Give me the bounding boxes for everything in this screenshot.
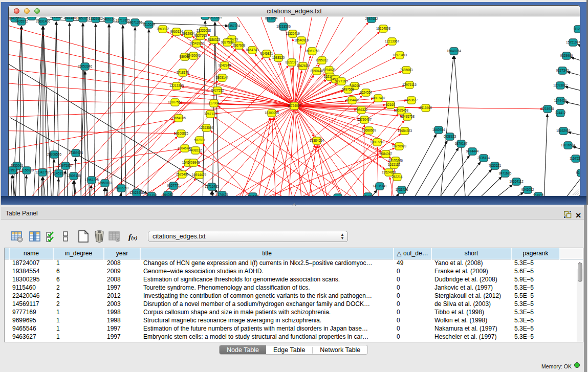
svg-text:18807249: 18807249	[370, 140, 385, 144]
svg-text:1063525: 1063525	[50, 17, 63, 18]
svg-text:15692901: 15692901	[556, 129, 571, 133]
svg-text:18300295: 18300295	[265, 111, 279, 115]
svg-text:12213967: 12213967	[385, 39, 400, 43]
svg-text:17016504: 17016504	[561, 143, 576, 147]
svg-text:9777169: 9777169	[335, 79, 348, 83]
svg-text:1615112: 1615112	[388, 163, 401, 166]
svg-text:1405572: 1405572	[15, 19, 28, 23]
svg-text:92450: 92450	[333, 195, 342, 196]
svg-text:124412: 124412	[555, 111, 566, 115]
svg-text:22420046: 22420046	[186, 54, 201, 57]
svg-text:8471676: 8471676	[499, 171, 512, 175]
svg-text:17357224: 17357224	[226, 24, 241, 28]
svg-text:8912954: 8912954	[182, 32, 195, 35]
svg-text:6794028: 6794028	[323, 68, 336, 72]
svg-text:2367608: 2367608	[233, 43, 246, 47]
svg-text:20053346: 20053346	[78, 64, 93, 68]
svg-text:17957225: 17957225	[84, 178, 99, 182]
svg-text:19166825: 19166825	[174, 132, 189, 135]
svg-text:111286: 111286	[573, 27, 580, 31]
svg-text:9657771: 9657771	[167, 184, 180, 187]
svg-text:1640954: 1640954	[432, 128, 445, 132]
svg-text:2718176: 2718176	[177, 71, 189, 74]
svg-text:1167534: 1167534	[570, 157, 580, 160]
svg-text:1174421: 1174421	[216, 193, 229, 196]
svg-text:1145191: 1145191	[53, 171, 66, 175]
svg-text:11325419: 11325419	[286, 32, 300, 35]
svg-text:12353594: 12353594	[199, 126, 214, 129]
svg-text:10756928: 10756928	[392, 144, 407, 148]
svg-text:2987652: 2987652	[365, 17, 378, 20]
svg-text:9463627: 9463627	[405, 98, 418, 102]
svg-text:14136141: 14136141	[373, 184, 387, 188]
svg-text:8813054: 8813054	[265, 17, 278, 20]
svg-text:16914479: 16914479	[192, 173, 207, 177]
svg-text:931454: 931454	[146, 194, 157, 196]
svg-text:18724007: 18724007	[287, 104, 302, 107]
svg-text:19654923: 19654923	[398, 129, 412, 133]
svg-text:15327602: 15327602	[89, 17, 103, 20]
svg-text:252214: 252214	[391, 175, 403, 179]
svg-text:7485063: 7485063	[400, 68, 413, 72]
svg-text:1409948: 1409948	[187, 161, 200, 164]
svg-text:9146821: 9146821	[260, 52, 273, 55]
svg-text:1588520: 1588520	[272, 56, 285, 59]
svg-text:8322037: 8322037	[286, 60, 298, 64]
svg-text:7986322: 7986322	[355, 108, 368, 112]
svg-text:16782759: 16782759	[114, 186, 129, 190]
svg-text:3624554: 3624554	[360, 91, 373, 94]
svg-text:7515524: 7515524	[143, 23, 156, 26]
svg-text:12156829: 12156829	[19, 168, 34, 172]
svg-text:6938923: 6938923	[444, 135, 456, 138]
svg-text:2935114: 2935114	[477, 156, 490, 160]
svg-text:8215938: 8215938	[541, 107, 554, 111]
svg-text:16961758: 16961758	[305, 49, 320, 53]
svg-text:12975115: 12975115	[402, 83, 417, 86]
svg-text:8990448: 8990448	[311, 69, 323, 73]
svg-text:8427552: 8427552	[211, 89, 224, 92]
svg-text:391514: 391514	[9, 168, 18, 172]
svg-text:19654985: 19654985	[171, 116, 186, 120]
svg-text:16154808: 16154808	[376, 27, 391, 30]
svg-text:12505135: 12505135	[67, 174, 81, 178]
svg-text:16671355: 16671355	[128, 20, 143, 24]
svg-text:9245052: 9245052	[521, 188, 534, 191]
svg-text:15716485: 15716485	[205, 185, 220, 188]
svg-text:9684067: 9684067	[380, 152, 393, 156]
svg-text:587833: 587833	[194, 138, 205, 142]
svg-text:7955812: 7955812	[316, 58, 329, 62]
svg-text:62160: 62160	[386, 103, 395, 106]
svg-text:10654112: 10654112	[509, 180, 524, 183]
svg-text:12342757: 12342757	[35, 170, 50, 174]
svg-text:20364436: 20364436	[345, 98, 360, 102]
svg-text:1362615: 1362615	[297, 64, 310, 68]
svg-text:1244419: 1244419	[554, 99, 567, 102]
svg-text:16543932: 16543932	[189, 41, 204, 45]
svg-text:7625402: 7625402	[176, 172, 189, 176]
svg-text:10688609: 10688609	[362, 128, 377, 132]
svg-text:10958107: 10958107	[98, 181, 113, 185]
svg-text:15751074: 15751074	[566, 40, 580, 44]
svg-text:9960124: 9960124	[170, 30, 183, 33]
svg-text:1963186: 1963186	[63, 17, 76, 19]
svg-text:1733426: 1733426	[396, 188, 408, 191]
svg-text:12093872: 12093872	[553, 83, 568, 87]
svg-text:8186323: 8186323	[208, 38, 221, 41]
svg-text:7632621: 7632621	[489, 164, 502, 167]
svg-text:10975857: 10975857	[58, 164, 73, 167]
svg-text:12495758: 12495758	[400, 115, 415, 118]
svg-text:20691406: 20691406	[36, 19, 51, 23]
svg-text:9227343: 9227343	[556, 69, 569, 72]
svg-text:6497568: 6497568	[342, 87, 355, 91]
svg-text:20206555: 20206555	[47, 152, 62, 156]
svg-text:3267110: 3267110	[204, 112, 217, 116]
svg-text:9327508: 9327508	[221, 40, 234, 44]
svg-text:2803144: 2803144	[216, 76, 229, 79]
svg-text:956801: 956801	[26, 17, 37, 18]
svg-text:104512: 104512	[247, 194, 258, 196]
svg-text:18640910: 18640910	[294, 38, 309, 42]
svg-text:8454749: 8454749	[246, 48, 259, 52]
svg-text:924504: 924504	[576, 171, 580, 174]
svg-text:12023448: 12023448	[129, 191, 144, 194]
svg-text:9242848: 9242848	[219, 63, 231, 67]
